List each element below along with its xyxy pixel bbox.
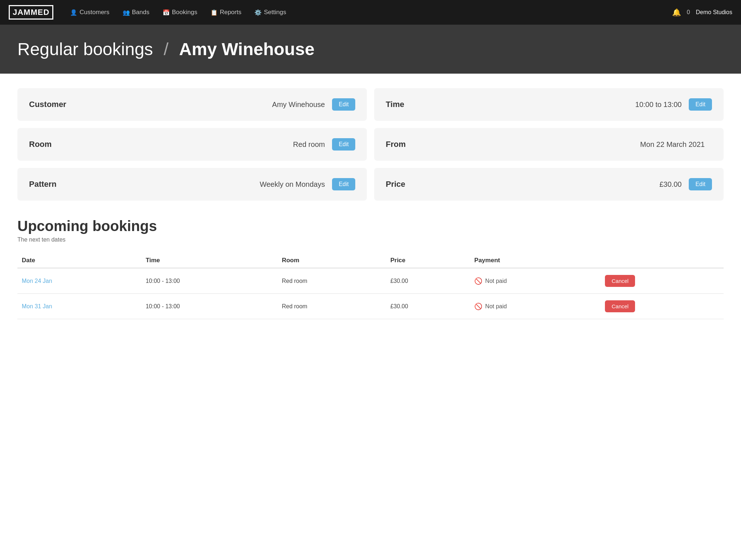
pattern-edit-button[interactable]: Edit: [332, 178, 355, 190]
price-edit-button[interactable]: Edit: [689, 178, 712, 190]
info-grid: Customer Amy Winehouse Edit Time 10:00 t…: [17, 88, 724, 201]
nav-settings[interactable]: ⚙️ Settings: [249, 6, 291, 19]
col-price: Price: [386, 253, 470, 268]
nav-bands[interactable]: 👥 Bands: [118, 6, 155, 19]
table-row: Mon 24 Jan 10:00 - 13:00 Red room £30.00…: [17, 268, 724, 294]
col-date: Date: [17, 253, 141, 268]
customer-label: Customer: [29, 100, 73, 109]
col-payment: Payment: [470, 253, 601, 268]
not-paid-icon-row1: 🚫: [474, 277, 482, 285]
customer-card: Customer Amy Winehouse Edit: [17, 88, 367, 121]
cancel-button-row2[interactable]: Cancel: [605, 300, 635, 312]
time-cell-row1: 10:00 - 13:00: [141, 268, 277, 294]
page-header: Regular bookings / Amy Winehouse: [0, 25, 741, 74]
price-value: £30.00: [429, 180, 689, 189]
table-header: Date Time Room Price Payment: [17, 253, 724, 268]
studio-name: Demo Studios: [696, 9, 733, 16]
nav-bookings-label: Bookings: [172, 9, 197, 16]
room-label: Room: [29, 140, 73, 149]
time-label: Time: [386, 100, 429, 109]
breadcrumb-separator: /: [164, 40, 168, 59]
price-card: Price £30.00 Edit: [374, 168, 724, 201]
upcoming-subtitle: The next ten dates: [17, 236, 724, 243]
breadcrumb-parent[interactable]: Regular bookings: [17, 40, 153, 59]
nav-customers[interactable]: 👤 Customers: [65, 6, 114, 19]
action-cell-row2: Cancel: [601, 294, 724, 319]
time-value: 10:00 to 13:00: [429, 100, 689, 109]
time-cell-row2: 10:00 - 13:00: [141, 294, 277, 319]
customer-edit-button[interactable]: Edit: [332, 98, 355, 111]
table-row: Mon 31 Jan 10:00 - 13:00 Red room £30.00…: [17, 294, 724, 319]
time-edit-button[interactable]: Edit: [689, 98, 712, 111]
nav-customers-label: Customers: [79, 9, 109, 16]
col-action: [601, 253, 724, 268]
col-time: Time: [141, 253, 277, 268]
not-paid-icon-row2: 🚫: [474, 302, 482, 310]
table-body: Mon 24 Jan 10:00 - 13:00 Red room £30.00…: [17, 268, 724, 319]
bands-icon: 👥: [123, 9, 130, 16]
nav-settings-label: Settings: [264, 9, 286, 16]
settings-icon: ⚙️: [254, 9, 262, 16]
price-cell-row1: £30.00: [386, 268, 470, 294]
payment-cell-row1: 🚫 Not paid: [470, 268, 601, 294]
nav-links: 👤 Customers 👥 Bands 📅 Bookings 📋 Reports…: [65, 6, 672, 19]
breadcrumb-current: Amy Winehouse: [179, 40, 315, 59]
bell-icon[interactable]: 🔔: [672, 8, 681, 17]
price-label: Price: [386, 180, 429, 189]
col-room: Room: [278, 253, 386, 268]
not-paid-label-row2: Not paid: [485, 303, 507, 310]
date-link-row1[interactable]: Mon 24 Jan: [22, 278, 52, 284]
room-cell-row2: Red room: [278, 294, 386, 319]
main-content: Customer Amy Winehouse Edit Time 10:00 t…: [0, 74, 741, 334]
nav-reports[interactable]: 📋 Reports: [205, 6, 247, 19]
action-cell-row1: Cancel: [601, 268, 724, 294]
customers-icon: 👤: [70, 9, 77, 16]
customer-value: Amy Winehouse: [73, 100, 332, 109]
bookings-table: Date Time Room Price Payment Mon 24 Jan …: [17, 253, 724, 319]
cancel-button-row1[interactable]: Cancel: [605, 275, 635, 287]
from-value: Mon 22 March 2021: [429, 140, 712, 149]
reports-icon: 📋: [210, 9, 218, 16]
date-link-row2[interactable]: Mon 31 Jan: [22, 303, 52, 309]
nav-bands-label: Bands: [132, 9, 150, 16]
room-card: Room Red room Edit: [17, 128, 367, 161]
bookings-icon: 📅: [163, 9, 170, 16]
room-edit-button[interactable]: Edit: [332, 138, 355, 151]
nav-bookings[interactable]: 📅 Bookings: [157, 6, 202, 19]
nav-right: 🔔 0 Demo Studios: [672, 8, 732, 17]
logo: JAMMED: [9, 5, 53, 20]
payment-cell-row2: 🚫 Not paid: [470, 294, 601, 319]
navbar: JAMMED 👤 Customers 👥 Bands 📅 Bookings 📋 …: [0, 0, 741, 25]
pattern-card: Pattern Weekly on Mondays Edit: [17, 168, 367, 201]
from-card: From Mon 22 March 2021: [374, 128, 724, 161]
room-cell-row1: Red room: [278, 268, 386, 294]
pattern-value: Weekly on Mondays: [73, 180, 332, 189]
room-value: Red room: [73, 140, 332, 149]
upcoming-section: Upcoming bookings The next ten dates Dat…: [17, 218, 724, 319]
page-title: Regular bookings / Amy Winehouse: [17, 39, 724, 59]
from-label: From: [386, 140, 429, 149]
nav-reports-label: Reports: [220, 9, 242, 16]
not-paid-label-row1: Not paid: [485, 278, 507, 284]
notification-count: 0: [687, 9, 690, 16]
time-card: Time 10:00 to 13:00 Edit: [374, 88, 724, 121]
pattern-label: Pattern: [29, 180, 73, 189]
upcoming-title: Upcoming bookings: [17, 218, 724, 234]
price-cell-row2: £30.00: [386, 294, 470, 319]
